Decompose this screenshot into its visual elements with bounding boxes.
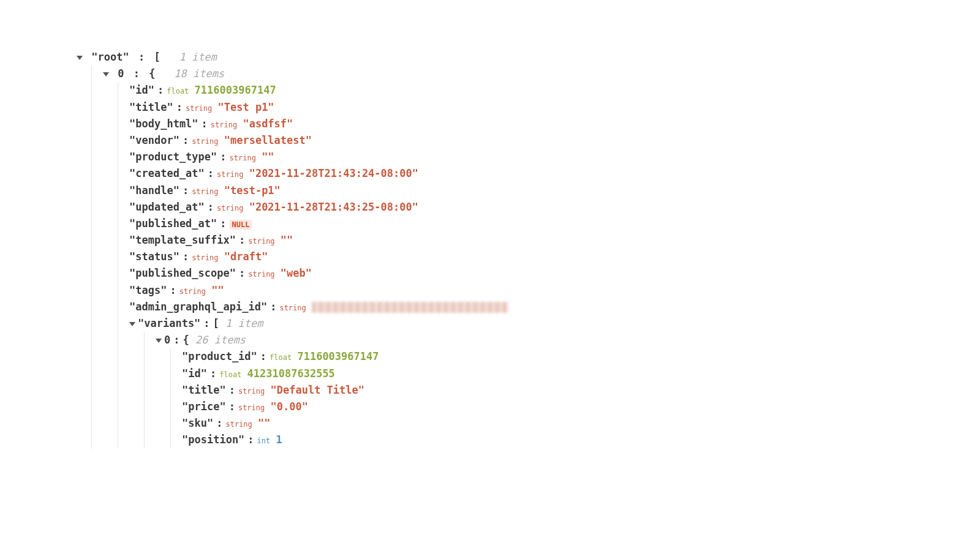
key-root: "root" xyxy=(91,51,129,63)
field-row[interactable]: "product_type":string "" xyxy=(129,149,980,165)
field-row[interactable]: "title":string "Test p1" xyxy=(129,99,980,116)
toggle-icon[interactable] xyxy=(77,56,83,60)
field-key: "created_at" xyxy=(129,167,205,179)
type-tag: string xyxy=(248,270,279,279)
field-row[interactable]: "handle":string "test-p1" xyxy=(129,182,980,199)
toggle-icon[interactable] xyxy=(129,322,135,326)
type-tag: string xyxy=(186,104,217,113)
field-value: "Test p1" xyxy=(217,101,274,113)
field-row[interactable]: "created_at":string "2021-11-28T21:43:24… xyxy=(129,165,980,182)
field-row[interactable]: "id":float 41231087632555 xyxy=(182,365,980,382)
field-key: "body_html" xyxy=(129,118,198,130)
type-tag: float xyxy=(219,370,246,379)
type-tag: string xyxy=(230,154,261,162)
field-key: "published_scope" xyxy=(129,267,236,279)
field-value: "2021-11-28T21:43:24-08:00" xyxy=(249,167,418,179)
field-key: "status" xyxy=(129,250,179,263)
field-value: "draft" xyxy=(224,250,268,263)
array-index: 0 xyxy=(164,334,170,346)
type-tag: string xyxy=(225,420,257,429)
field-row[interactable]: "vendor":string "mersellatest" xyxy=(129,132,980,149)
item-count: 18 items xyxy=(174,67,224,80)
field-key: "price" xyxy=(182,400,226,413)
field-key: "product_type" xyxy=(129,151,217,163)
array-index: 0 xyxy=(118,67,124,80)
type-tag: string xyxy=(279,304,311,312)
field-row[interactable]: "title":string "Default Title" xyxy=(182,382,980,399)
field-key: "vendor" xyxy=(129,134,179,146)
node-index-0[interactable]: 0 : { 18 items xyxy=(103,66,980,82)
type-tag: string xyxy=(217,170,248,179)
field-value: "asdfsf" xyxy=(243,118,293,130)
field-value: "web" xyxy=(281,267,312,279)
field-value: "0.00" xyxy=(270,400,307,413)
item-count: 26 items xyxy=(195,334,246,346)
node-root[interactable]: "root" : [ 1 item xyxy=(77,49,980,66)
field-value: 1 xyxy=(276,433,282,446)
field-key: "handle" xyxy=(129,184,179,197)
type-tag: string xyxy=(192,187,223,196)
field-row[interactable]: "id":float 7116003967147 xyxy=(129,82,980,99)
field-value: "test-p1" xyxy=(224,184,281,197)
json-tree-root: "root" : [ 1 item 0 : { 18 items "id":fl… xyxy=(77,49,980,449)
field-row[interactable]: "status":string "draft" xyxy=(129,249,980,265)
field-value: "" xyxy=(281,234,293,246)
field-value: "Default Title" xyxy=(270,384,364,396)
null-value: NULL xyxy=(230,220,252,230)
field-key: "title" xyxy=(129,101,173,113)
type-tag: float xyxy=(167,87,193,96)
type-tag: string xyxy=(238,403,270,412)
field-key: "product_id" xyxy=(182,350,257,362)
item-count: 1 item xyxy=(179,51,216,63)
field-value: "mersellatest" xyxy=(224,134,312,146)
field-key: "id" xyxy=(182,367,207,380)
node-variant-index-0[interactable]: 0:{ 26 items xyxy=(156,332,980,348)
field-value: 7116003967147 xyxy=(297,350,379,362)
item-count: 1 item xyxy=(225,317,263,329)
type-tag: string xyxy=(211,121,242,129)
object-fields: "id":float 7116003967147"title":string "… xyxy=(118,82,980,448)
node-variants[interactable]: "variants":[ 1 item xyxy=(129,315,980,332)
type-tag: float xyxy=(270,353,296,362)
field-row[interactable]: "published_at":NULL xyxy=(129,216,980,232)
field-row[interactable]: "sku":string "" xyxy=(182,415,980,432)
field-value: "" xyxy=(211,284,224,296)
field-key: "admin_graphql_api_id" xyxy=(129,301,267,313)
field-row[interactable]: "admin_graphql_api_id":string xyxy=(129,299,980,315)
field-value: "" xyxy=(258,417,270,429)
field-key: "sku" xyxy=(182,417,213,429)
field-row[interactable]: "published_scope":string "web" xyxy=(129,265,980,282)
type-tag: string xyxy=(192,137,223,146)
field-row[interactable]: "updated_at":string "2021-11-28T21:43:25… xyxy=(129,199,980,216)
bracket-open: { xyxy=(183,334,189,346)
field-value: 41231087632555 xyxy=(247,367,335,380)
field-row[interactable]: "position":int 1 xyxy=(182,432,980,448)
field-key: "id" xyxy=(129,84,154,96)
bracket-open: { xyxy=(149,67,155,80)
field-key: "updated_at" xyxy=(129,201,205,213)
toggle-icon[interactable] xyxy=(156,339,162,343)
toggle-icon[interactable] xyxy=(103,72,109,77)
field-value: "" xyxy=(262,151,274,163)
type-tag: string xyxy=(248,237,279,246)
field-key: "tags" xyxy=(129,284,167,296)
redacted-value xyxy=(312,302,508,313)
key-variants: "variants" xyxy=(138,317,200,329)
field-row[interactable]: "tags":string "" xyxy=(129,282,980,299)
type-tag: int xyxy=(257,437,275,445)
type-tag: string xyxy=(179,287,211,296)
field-key: "title" xyxy=(182,384,226,396)
field-row[interactable]: "body_html":string "asdfsf" xyxy=(129,116,980,132)
bracket-open: [ xyxy=(154,51,160,63)
field-row[interactable]: "price":string "0.00" xyxy=(182,399,980,415)
field-value: "2021-11-28T21:43:25-08:00" xyxy=(249,201,418,213)
field-row[interactable]: "product_id":float 7116003967147 xyxy=(182,348,980,365)
type-tag: string xyxy=(238,387,270,395)
type-tag: string xyxy=(192,253,223,262)
bracket-open: [ xyxy=(213,317,219,329)
field-row[interactable]: "template_suffix":string "" xyxy=(129,232,980,249)
field-value: 7116003967147 xyxy=(195,84,276,96)
type-tag: string xyxy=(217,204,248,212)
field-key: "template_suffix" xyxy=(129,234,236,246)
field-key: "published_at" xyxy=(129,217,217,230)
